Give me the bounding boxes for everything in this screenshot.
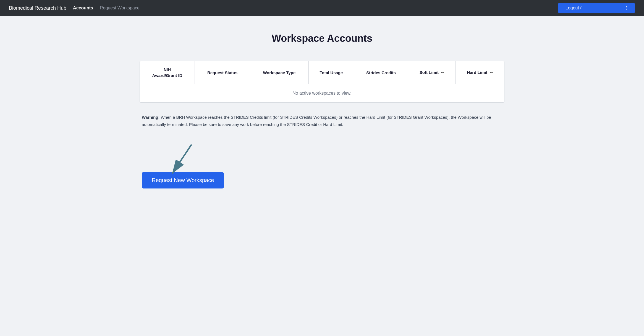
warning-bold-prefix: Warning:	[142, 115, 159, 120]
table-header: NIHAward/Grant ID Request Status Workspa…	[140, 61, 504, 84]
col-nih-award: NIHAward/Grant ID	[140, 61, 195, 84]
table-body: No active workspaces to view.	[140, 84, 504, 103]
col-total-usage: Total Usage	[308, 61, 354, 84]
warning-section: Warning: When a BRH Workspace reaches th…	[140, 114, 504, 128]
arrow-icon	[164, 142, 197, 178]
col-strides-credits: Strides Credits	[354, 61, 408, 84]
table-empty-row: No active workspaces to view.	[140, 84, 504, 103]
col-hard-limit: Hard Limit ✏	[455, 61, 504, 84]
nav-request-workspace[interactable]: Request Workspace	[100, 6, 140, 11]
soft-limit-edit-icon[interactable]: ✏	[441, 71, 444, 75]
svg-line-1	[172, 144, 192, 174]
page-title: Workspace Accounts	[140, 33, 504, 44]
action-area: Request New Workspace	[140, 139, 504, 188]
table-header-row: NIHAward/Grant ID Request Status Workspa…	[140, 61, 504, 84]
warning-text: Warning: When a BRH Workspace reaches th…	[142, 114, 502, 128]
warning-body: When a BRH Workspace reaches the STRIDES…	[142, 115, 491, 127]
hard-limit-edit-icon[interactable]: ✏	[490, 71, 493, 75]
col-workspace-type: Workspace Type	[250, 61, 308, 84]
workspace-table-container: NIHAward/Grant ID Request Status Workspa…	[140, 61, 504, 103]
arrow-container	[164, 142, 197, 178]
col-soft-limit: Soft Limit ✏	[408, 61, 455, 84]
col-request-status: Request Status	[195, 61, 250, 84]
nav-brand: Biomedical Research Hub	[9, 5, 66, 11]
workspace-table: NIHAward/Grant ID Request Status Workspa…	[140, 61, 504, 102]
logout-button[interactable]: Logout ( )	[558, 3, 635, 13]
empty-message: No active workspaces to view.	[140, 84, 504, 103]
main-content: Workspace Accounts NIHAward/Grant ID Req…	[129, 16, 515, 211]
nav-accounts[interactable]: Accounts	[73, 6, 93, 11]
navbar: Biomedical Research Hub Accounts Request…	[0, 0, 644, 16]
